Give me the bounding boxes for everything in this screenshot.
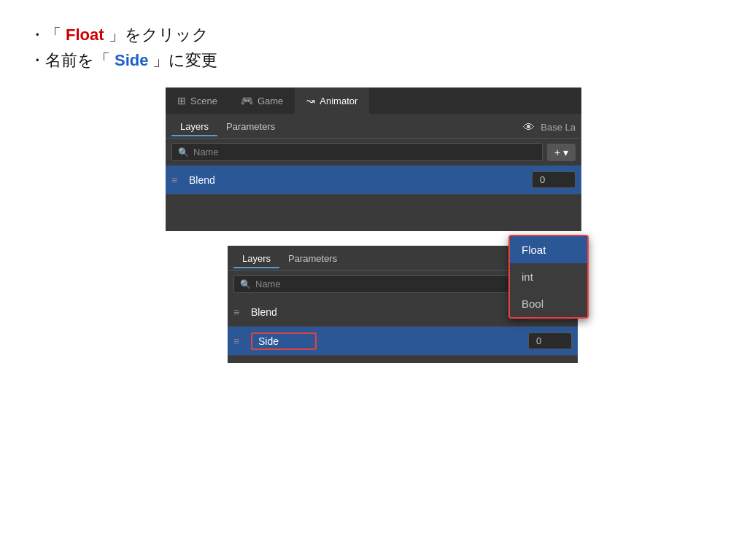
- tab-bar: ⊞ Scene 🎮 Game ↝ Animator: [166, 88, 581, 114]
- sub-tab-parameters-label-bottom: Parameters: [288, 253, 337, 264]
- dropdown-menu: Float int Bool: [508, 235, 589, 319]
- tab-animator[interactable]: ↝ Animator: [295, 88, 369, 114]
- instruction-line-1: ・「 Float 」をクリック: [29, 22, 718, 47]
- panels-wrapper: ⊞ Scene 🎮 Game ↝ Animator Layers Paramet…: [29, 88, 718, 363]
- param-row-side[interactable]: ≡ Side 0: [228, 327, 578, 356]
- search-input-top[interactable]: 🔍 Name: [171, 143, 543, 161]
- instructions: ・「 Float 」をクリック ・名前を「 Side 」に変更: [29, 22, 718, 73]
- drag-handle-blend: ≡: [171, 174, 183, 186]
- dropdown-container: Float int Bool: [508, 235, 589, 319]
- param-name-blend: Blend: [189, 174, 532, 186]
- game-icon: 🎮: [241, 95, 253, 106]
- tab-animator-label: Animator: [320, 96, 357, 106]
- param-value-side[interactable]: 0: [528, 332, 572, 349]
- drag-handle-side: ≡: [233, 335, 245, 347]
- empty-area-top: [166, 195, 581, 231]
- search-icon: 🔍: [178, 147, 189, 158]
- search-row-top: 🔍 Name + ▾: [166, 139, 581, 166]
- bottom-padding: [228, 356, 578, 363]
- param-value-blend[interactable]: 0: [532, 171, 576, 188]
- search-input-bottom[interactable]: 🔍 Name: [233, 275, 539, 293]
- sub-tab-parameters-bottom[interactable]: Parameters: [279, 250, 346, 268]
- sub-tab-parameters-label: Parameters: [226, 121, 275, 132]
- sub-tab-layers-label-bottom: Layers: [242, 253, 271, 264]
- side-highlight: Side: [115, 47, 148, 73]
- top-animator-panel: ⊞ Scene 🎮 Game ↝ Animator Layers Paramet…: [166, 88, 581, 231]
- sub-tab-layers-bottom[interactable]: Layers: [233, 250, 279, 268]
- drag-handle-blend-bottom: ≡: [233, 306, 245, 318]
- tab-scene[interactable]: ⊞ Scene: [166, 88, 229, 114]
- tab-scene-label: Scene: [190, 96, 217, 106]
- float-highlight: Float: [66, 22, 104, 47]
- dropdown-item-int[interactable]: int: [510, 263, 587, 290]
- scene-icon: ⊞: [177, 95, 186, 106]
- param-name-blend-bottom: Blend: [251, 306, 528, 318]
- search-icon-bottom: 🔍: [240, 279, 251, 289]
- eye-icon: 👁: [523, 121, 535, 134]
- sub-tab-bar-top: Layers Parameters 👁 Base La: [166, 114, 581, 139]
- search-placeholder-top: Name: [193, 147, 219, 158]
- animator-icon: ↝: [306, 95, 315, 106]
- tab-game[interactable]: 🎮 Game: [229, 88, 295, 114]
- search-placeholder-bottom: Name: [255, 279, 281, 289]
- param-name-side[interactable]: Side: [251, 332, 317, 350]
- base-la-label: Base La: [541, 122, 576, 133]
- tab-game-label: Game: [258, 96, 283, 106]
- sub-tab-layers-label: Layers: [180, 121, 209, 132]
- sub-tab-right: 👁 Base La: [523, 121, 576, 134]
- dropdown-item-float[interactable]: Float: [510, 236, 587, 263]
- param-row-blend-top[interactable]: ≡ Blend 0 Float int Bool: [166, 166, 581, 195]
- dropdown-item-bool[interactable]: Bool: [510, 290, 587, 317]
- add-button-top[interactable]: + ▾: [547, 144, 576, 161]
- instruction-line-2: ・名前を「 Side 」に変更: [29, 47, 718, 73]
- sub-tab-parameters[interactable]: Parameters: [217, 118, 284, 136]
- add-button-label-top: + ▾: [554, 147, 568, 158]
- sub-tab-layers[interactable]: Layers: [171, 118, 217, 136]
